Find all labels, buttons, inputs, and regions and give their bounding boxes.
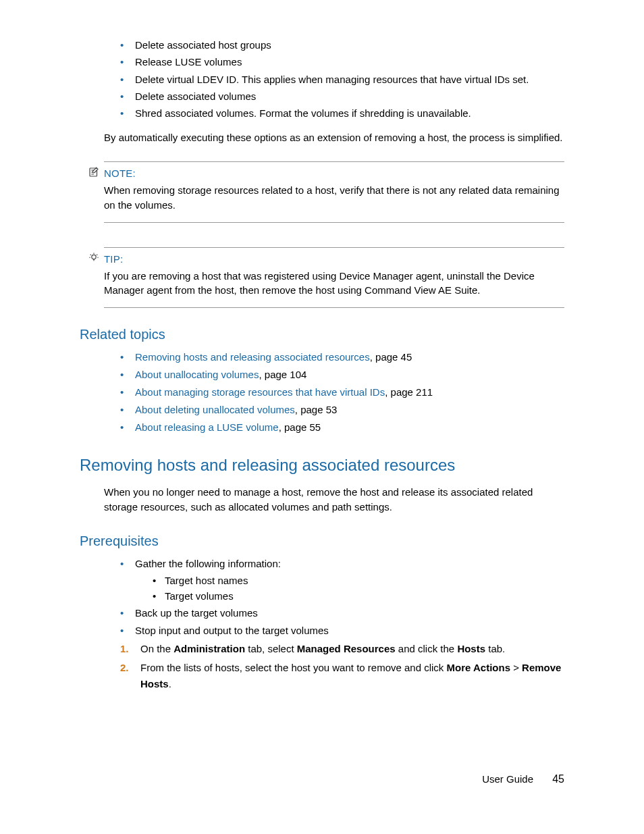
related-link[interactable]: About deleting unallocated volumes xyxy=(135,404,295,415)
page-ref: , page 45 xyxy=(370,351,412,363)
prerequisites-heading: Prerequisites xyxy=(80,533,564,549)
page-ref: , page 55 xyxy=(279,421,321,433)
tip-label: TIP: xyxy=(104,253,564,265)
list-item: Release LUSE volumes xyxy=(120,54,564,70)
related-link[interactable]: Removing hosts and releasing associated … xyxy=(135,351,370,363)
note-block: NOTE: When removing storage resources re… xyxy=(104,161,564,223)
note-body: When removing storage resources related … xyxy=(104,183,564,213)
top-bullet-list: Delete associated host groups Release LU… xyxy=(96,37,564,121)
list-item-text: Gather the following information: xyxy=(135,558,281,569)
step-text: . xyxy=(169,678,171,689)
list-item: Delete virtual LDEV ID. This applies whe… xyxy=(120,72,564,87)
note-label: NOTE: xyxy=(104,167,564,179)
lightbulb-icon xyxy=(88,252,100,264)
step-text: and click the xyxy=(396,643,458,654)
step-text: On the xyxy=(140,643,173,654)
step-text: tab. xyxy=(485,643,505,654)
step-text: From the lists of hosts, select the host… xyxy=(140,662,447,673)
step-item: On the Administration tab, select Manage… xyxy=(120,641,564,657)
footer-label: User Guide xyxy=(482,773,533,785)
list-item: About deleting unallocated volumes, page… xyxy=(120,402,564,418)
list-item: Delete associated host groups xyxy=(120,37,564,53)
ui-term: More Actions xyxy=(447,662,510,673)
step-text: > xyxy=(510,662,522,673)
list-item: About managing storage resources that ha… xyxy=(120,384,564,400)
step-text: tab, select xyxy=(245,643,297,654)
page-ref: , page 53 xyxy=(295,404,338,415)
tip-body: If you are removing a host that was regi… xyxy=(104,269,564,298)
list-item: About unallocating volumes, page 104 xyxy=(120,367,564,383)
prerequisites-list: Gather the following information: Target… xyxy=(96,556,564,638)
list-item: Back up the target volumes xyxy=(120,605,564,621)
page-ref: , page 104 xyxy=(259,369,306,380)
sub-list: Target host names Target volumes xyxy=(135,573,564,604)
steps-list: On the Administration tab, select Manage… xyxy=(96,641,564,692)
ui-term: Administration xyxy=(173,643,245,654)
section-intro: When you no longer need to manage a host… xyxy=(104,485,564,515)
related-link[interactable]: About managing storage resources that ha… xyxy=(135,386,385,398)
related-link[interactable]: About releasing a LUSE volume xyxy=(135,421,279,433)
list-item: Stop input and output to the target volu… xyxy=(120,623,564,638)
step-item: From the lists of hosts, select the host… xyxy=(120,660,564,692)
list-item: Gather the following information: Target… xyxy=(120,556,564,604)
ui-term: Managed Resources xyxy=(297,643,396,654)
section-heading: Removing hosts and releasing associated … xyxy=(80,454,564,475)
page-ref: , page 211 xyxy=(385,386,433,398)
list-item: Delete associated volumes xyxy=(120,88,564,104)
related-link[interactable]: About unallocating volumes xyxy=(135,369,259,380)
list-item: Removing hosts and releasing associated … xyxy=(120,349,564,365)
list-item: Target host names xyxy=(153,573,564,588)
list-item: Shred associated volumes. Format the vol… xyxy=(120,105,564,121)
svg-point-1 xyxy=(92,255,96,259)
note-icon xyxy=(88,166,100,178)
ui-term: Hosts xyxy=(457,643,485,654)
list-item: Target volumes xyxy=(153,588,564,604)
page-footer: User Guide 45 xyxy=(482,773,564,785)
page-number: 45 xyxy=(552,773,564,785)
list-item: About releasing a LUSE volume, page 55 xyxy=(120,419,564,436)
related-topics-heading: Related topics xyxy=(80,327,564,342)
tip-block: TIP: If you are removing a host that was… xyxy=(104,247,564,309)
paragraph: By automatically executing these options… xyxy=(104,130,564,145)
related-topics-list: Removing hosts and releasing associated … xyxy=(96,349,564,436)
